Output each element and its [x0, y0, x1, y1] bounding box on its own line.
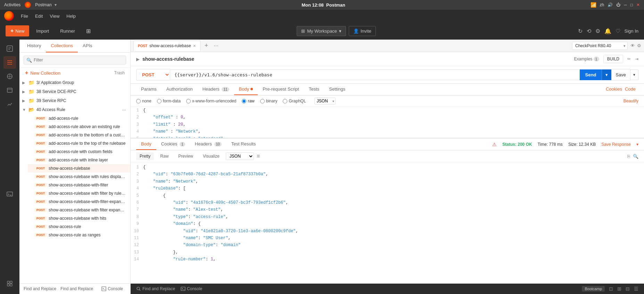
layout-1-icon[interactable]: ⊡	[609, 286, 613, 292]
trash-label[interactable]: Trash	[114, 70, 125, 75]
list-item-add-top[interactable]: POST add-access-rule to the top of the r…	[28, 139, 130, 148]
tab-settings[interactable]: Settings	[324, 84, 350, 95]
response-tab-body[interactable]: Body	[136, 138, 156, 150]
collection-item-dce-rpc[interactable]: ▶ 📁 38 Service DCE-RPC	[19, 87, 130, 96]
add-tab-button[interactable]: +	[202, 42, 211, 49]
collection-item-access-rule[interactable]: ▼ 📂 40 Access Rule ···	[19, 105, 130, 114]
tab-body[interactable]: Body	[234, 84, 258, 95]
runner-button[interactable]: Runner	[56, 26, 79, 36]
body-type-urlencoded[interactable]: x-www-form-urlencoded	[186, 99, 236, 103]
list-item-show-hits[interactable]: POST show-access-rulebase with hits	[28, 214, 130, 222]
dropdown-arrow[interactable]: ▾	[55, 2, 57, 7]
list-item-show-filter-uid[interactable]: POST show-access-rulebase with filter by…	[28, 189, 130, 198]
list-item-filter-expand-group[interactable]: POST show-access-rulebase-with-filter-ex…	[28, 198, 130, 206]
grid-icon-btn[interactable]	[3, 277, 16, 290]
format-pretty[interactable]: Pretty	[136, 152, 154, 160]
layout-button[interactable]: ⊞	[82, 25, 95, 37]
body-type-none[interactable]: none	[136, 99, 151, 103]
beautify-button[interactable]: Beautify	[624, 99, 638, 103]
layout-3-icon[interactable]: ⊟	[626, 286, 630, 292]
sidebar-icon-api[interactable]	[3, 42, 16, 55]
body-type-form-data[interactable]: form-data	[157, 99, 181, 103]
heart-icon[interactable]: ♡	[616, 28, 620, 34]
search-response-icon[interactable]: 🔍	[633, 154, 638, 159]
tab-params[interactable]: Params	[136, 84, 162, 95]
list-item-show-rules-displayed[interactable]: POST show-access-rulebase with rules dis…	[28, 173, 130, 181]
build-button[interactable]: BUILD	[603, 55, 623, 63]
body-type-binary[interactable]: binary	[260, 99, 278, 103]
body-type-graphql[interactable]: GraphQL	[283, 99, 306, 103]
list-item-add-bottom[interactable]: POST add-access-rule to the bottom of a …	[28, 131, 130, 139]
copy-response-icon[interactable]: ⎘	[627, 154, 630, 159]
layout-2-icon[interactable]: ⊞	[617, 286, 621, 292]
sidebar-icon-monitor[interactable]	[3, 98, 16, 110]
cookies-link[interactable]: Cookies	[606, 84, 622, 95]
edit-icon[interactable]: ✏	[627, 57, 631, 61]
new-button[interactable]: + New	[6, 25, 29, 36]
sync-icon[interactable]: ↻	[578, 28, 583, 34]
word-wrap-icon[interactable]: ≡	[257, 153, 260, 159]
url-input[interactable]	[170, 69, 580, 80]
send-button[interactable]: Send	[580, 69, 602, 80]
sidebar-icon-collections[interactable]	[3, 56, 16, 69]
notification-icon[interactable]: 🔔	[604, 28, 611, 34]
layout-4-icon[interactable]: ☰	[634, 286, 638, 292]
list-item-add-inline[interactable]: POST add-access-rule with inline layer	[28, 156, 130, 164]
eye-icon[interactable]: 👁	[630, 43, 635, 48]
save-dropdown-button[interactable]: ▾	[630, 69, 638, 80]
settings-icon[interactable]: ⚙	[595, 28, 600, 34]
send-dropdown-button[interactable]: ▾	[602, 69, 611, 80]
sidebar-icon-environment[interactable]	[3, 70, 16, 83]
tab-collections[interactable]: Collections	[46, 40, 78, 52]
window-max[interactable]: □	[630, 2, 633, 7]
format-visualize[interactable]: Visualize	[199, 152, 223, 160]
tab-headers[interactable]: Headers 11	[198, 84, 234, 95]
tab-pre-request[interactable]: Pre-request Script	[258, 84, 304, 95]
sidebar-icon-mockserver[interactable]	[3, 84, 16, 96]
list-item-add-custom[interactable]: POST add-access-rule with custom fields	[28, 148, 130, 156]
share-icon[interactable]: ⇥	[635, 57, 638, 61]
menu-file[interactable]: File	[18, 12, 31, 20]
tab-history[interactable]: History	[22, 40, 46, 52]
more-options-icon[interactable]: ···	[122, 107, 126, 112]
tab-more-icon[interactable]: ···	[212, 43, 220, 49]
menu-help[interactable]: Help	[64, 12, 79, 20]
request-chevron-icon[interactable]: ▶	[136, 57, 140, 62]
method-select[interactable]: POST GET PUT DELETE	[136, 69, 170, 81]
list-item-show-ranges[interactable]: POST show-access-rule as ranges	[28, 231, 130, 239]
format-select[interactable]: JSON XML HTML	[226, 152, 254, 160]
console-button[interactable]: Console	[101, 286, 123, 291]
tab-apis[interactable]: APIs	[78, 40, 97, 52]
bootcamp-badge[interactable]: Bootcamp	[582, 286, 605, 292]
menu-edit[interactable]: Edit	[32, 12, 46, 20]
import-button[interactable]: Import	[32, 26, 53, 36]
body-type-raw[interactable]: raw	[242, 99, 254, 103]
sidebar-icon-terminal[interactable]	[3, 188, 16, 200]
history-icon[interactable]: ⟲	[587, 28, 591, 34]
format-preview[interactable]: Preview	[175, 152, 197, 160]
tab-authorization[interactable]: Authorization	[162, 84, 198, 95]
list-item-expand-group[interactable]: POST show-access-rulebase with filter ex…	[28, 206, 130, 214]
collection-item-rpc[interactable]: ▶ 📁 39 Service RPC	[19, 96, 130, 105]
find-replace-bottom-button[interactable]: Find and Replace	[136, 286, 175, 291]
list-item-show-rulebase[interactable]: POST show-access-rulebase	[28, 164, 130, 173]
filter-input[interactable]	[24, 56, 126, 65]
window-min[interactable]: ─	[624, 2, 627, 7]
save-response-button[interactable]: Save Response	[601, 142, 631, 147]
save-response-dropdown[interactable]: ▾	[636, 142, 638, 147]
tab-close-icon[interactable]: ×	[193, 43, 196, 49]
list-item-add-above[interactable]: POST add-access-rule above an existing r…	[28, 123, 130, 131]
activities-label[interactable]: Activities	[4, 2, 20, 7]
response-tab-headers[interactable]: Headers 10	[190, 138, 226, 150]
find-replace-label[interactable]: Find and Replace	[60, 286, 93, 291]
new-collection-button[interactable]: + New Collection Trash	[19, 68, 130, 78]
settings-env-icon[interactable]: ⚙	[637, 43, 641, 48]
tab-tests[interactable]: Tests	[304, 84, 324, 95]
response-tab-tests[interactable]: Test Results	[226, 138, 261, 150]
menu-view[interactable]: View	[47, 12, 62, 20]
workspace-button[interactable]: ⊞ My Workspace ▾	[297, 26, 346, 36]
find-replace-button[interactable]: Find and Replace	[24, 286, 56, 291]
request-tab-active[interactable]: POST show-access-rulebase ×	[133, 41, 200, 51]
response-tab-cookies[interactable]: Cookies 1	[156, 138, 190, 150]
code-link[interactable]: Code	[622, 84, 638, 95]
